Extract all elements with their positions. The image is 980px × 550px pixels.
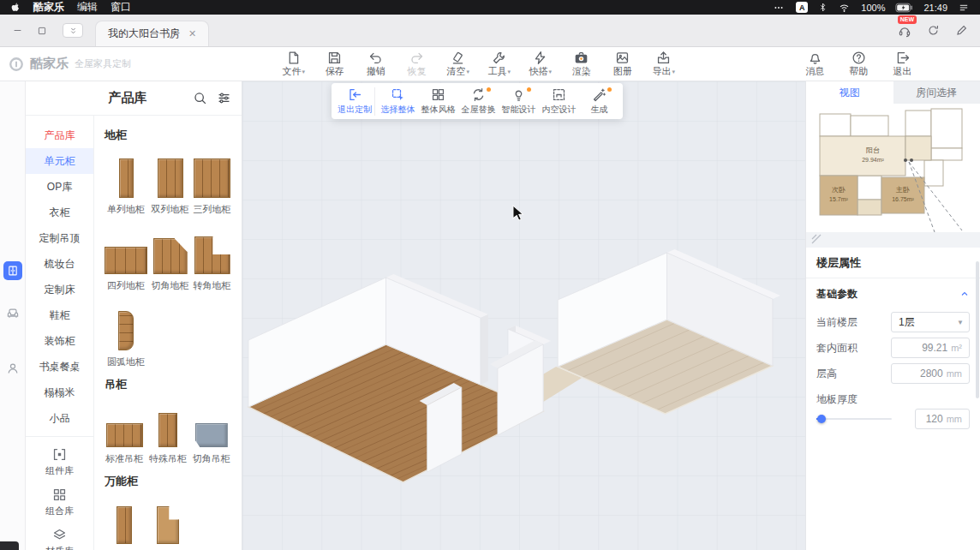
- product-thumbnail: [195, 423, 228, 447]
- category-list: 产品库单元柜OP库衣柜定制吊顶梳妆台定制床鞋柜装饰柜书桌餐桌榻榻米小品组件库组合…: [26, 116, 94, 550]
- filter-icon[interactable]: [217, 91, 231, 105]
- minimize-button[interactable]: [12, 25, 23, 36]
- category-item[interactable]: 鞋柜: [26, 302, 93, 328]
- toolbar-album-button[interactable]: 图册: [604, 51, 641, 76]
- help-icon: [852, 51, 866, 65]
- subtool-generate-button[interactable]: 生成: [579, 87, 619, 116]
- combo-icon: [52, 487, 67, 502]
- subtool-style-button[interactable]: 整体风格: [418, 87, 458, 116]
- window-titlebar: 我的大阳台书房 ✕ NEW: [0, 15, 980, 47]
- category-item[interactable]: 梳妆台: [26, 251, 93, 277]
- subtool-interior-button[interactable]: 内空设计: [539, 87, 579, 116]
- tool-user-button[interactable]: [3, 359, 22, 378]
- room-area: 16.75m²: [892, 196, 914, 202]
- floor-thickness-slider[interactable]: [816, 418, 892, 420]
- menubar-app-name[interactable]: 酷家乐: [33, 0, 64, 15]
- category-item[interactable]: 装饰柜: [26, 328, 93, 354]
- toolbar-save-button[interactable]: 保存: [316, 51, 353, 76]
- product-item[interactable]: 切角地柜: [151, 228, 189, 292]
- support-headset-button[interactable]: NEW: [898, 24, 911, 38]
- product-item[interactable]: 四列地柜: [105, 228, 147, 292]
- toolbar-undo-button[interactable]: 撤销: [357, 51, 394, 76]
- subtool-smart-button[interactable]: 智能设计: [499, 87, 539, 116]
- tool-custom-cabinet-button[interactable]: [3, 261, 22, 280]
- category-item[interactable]: 小品: [26, 405, 93, 431]
- toolbar-exit-button[interactable]: 退出: [884, 51, 921, 76]
- toolbar-clear-button[interactable]: 清空▾: [439, 51, 476, 76]
- product-item[interactable]: 楼梯柜: [148, 498, 188, 550]
- floor-thickness-input[interactable]: 120 mm: [915, 409, 970, 429]
- resize-handle-icon[interactable]: [811, 234, 822, 244]
- control-center-icon[interactable]: [958, 3, 970, 13]
- bluetooth-icon[interactable]: [818, 2, 828, 13]
- product-item[interactable]: 三列地柜: [193, 152, 231, 216]
- product-thumbnail: [158, 158, 183, 198]
- room-label: 主卧: [895, 186, 910, 194]
- 3d-viewport[interactable]: 退出定制选择整体整体风格全屋替换智能设计内空设计生成: [242, 81, 805, 550]
- apple-logo-icon[interactable]: [10, 2, 21, 13]
- album-icon: [615, 51, 630, 65]
- section-title: 吊柜: [105, 377, 231, 392]
- product-item[interactable]: 单列地柜: [105, 152, 147, 216]
- category-item[interactable]: 榻榻米: [26, 380, 93, 405]
- exit-customization-button[interactable]: 退出定制: [335, 87, 375, 116]
- toolbar-render-button[interactable]: 渲染: [563, 51, 600, 76]
- search-icon[interactable]: [193, 91, 207, 105]
- toolbar-quick-button[interactable]: 快搭▾: [522, 51, 559, 76]
- component-icon: [52, 447, 67, 462]
- current-floor-select[interactable]: 1层 ▼: [891, 312, 970, 332]
- toolbar-bell-button[interactable]: 消息: [797, 51, 834, 76]
- category-item[interactable]: 定制吊顶: [26, 225, 93, 251]
- floorplan-minimap[interactable]: 阳台 29.94m² 次卧 15.7m² 主卧 16.75m²: [806, 104, 980, 232]
- toolbar-tools-button[interactable]: 工具▾: [481, 51, 517, 76]
- category-item[interactable]: 书桌餐桌: [26, 354, 93, 380]
- category-item[interactable]: 产品库: [26, 123, 93, 148]
- product-item[interactable]: 圆弧地柜: [105, 304, 147, 368]
- wifi-icon[interactable]: [838, 3, 851, 13]
- floor-height-input[interactable]: 2800 mm: [891, 363, 970, 384]
- product-item[interactable]: 特殊吊柜: [148, 401, 188, 465]
- style-icon: [431, 87, 445, 102]
- library-tab-component[interactable]: 组件库: [26, 442, 93, 482]
- toolbar-file-button[interactable]: 文件▾: [275, 51, 312, 76]
- tab-room-select[interactable]: 房间选择: [893, 81, 980, 104]
- category-item[interactable]: 定制床: [26, 277, 93, 302]
- product-item[interactable]: 切角吊柜: [191, 401, 231, 465]
- maximize-button[interactable]: [37, 26, 47, 36]
- category-item[interactable]: 单元柜: [26, 148, 93, 174]
- bell-icon: [808, 51, 822, 65]
- chevron-down-icon: ▼: [957, 319, 964, 326]
- category-item[interactable]: OP库: [26, 174, 93, 200]
- tool-furniture-button[interactable]: [3, 304, 22, 323]
- product-item[interactable]: 双列地柜: [151, 152, 189, 216]
- product-item[interactable]: 标准吊柜: [105, 401, 145, 465]
- product-thumbnail: [119, 158, 134, 198]
- product-item[interactable]: 标准结构: [105, 498, 145, 550]
- interior-area-input[interactable]: 99.21 m²: [891, 338, 970, 358]
- product-item[interactable]: 转角地柜: [193, 228, 231, 292]
- toolbar-export-button[interactable]: 导出▾: [645, 51, 682, 76]
- input-source-icon[interactable]: A: [796, 2, 808, 13]
- clock[interactable]: 21:49: [923, 3, 947, 13]
- subtool-replace-button[interactable]: 全屋替换: [458, 87, 499, 116]
- chevron-up-icon[interactable]: [959, 289, 970, 299]
- more-dots-icon[interactable]: [772, 3, 786, 13]
- document-tab[interactable]: 我的大阳台书房 ✕: [95, 21, 209, 46]
- category-item[interactable]: 衣柜: [26, 200, 93, 225]
- subtool-select-whole-button[interactable]: 选择整体: [378, 87, 418, 116]
- toolbar-help-button[interactable]: 帮助: [840, 51, 877, 76]
- menu-window[interactable]: 窗口: [111, 0, 131, 15]
- collapse-toolbar-button[interactable]: [63, 23, 83, 38]
- room-area: 15.7m²: [829, 196, 848, 202]
- toolbar-redo-button[interactable]: 恢复: [398, 51, 435, 76]
- tab-close-icon[interactable]: ✕: [188, 28, 196, 39]
- library-tab-material[interactable]: 材质库: [26, 523, 93, 550]
- smart-icon: [511, 87, 526, 102]
- menu-edit[interactable]: 编辑: [77, 0, 98, 15]
- tab-view[interactable]: 视图: [806, 81, 893, 104]
- slider-knob[interactable]: [817, 415, 826, 423]
- pen-button[interactable]: [955, 24, 968, 37]
- right-panel-scrollbar[interactable]: [976, 261, 979, 398]
- refresh-button[interactable]: [927, 24, 940, 37]
- library-tab-combo[interactable]: 组合库: [26, 482, 93, 523]
